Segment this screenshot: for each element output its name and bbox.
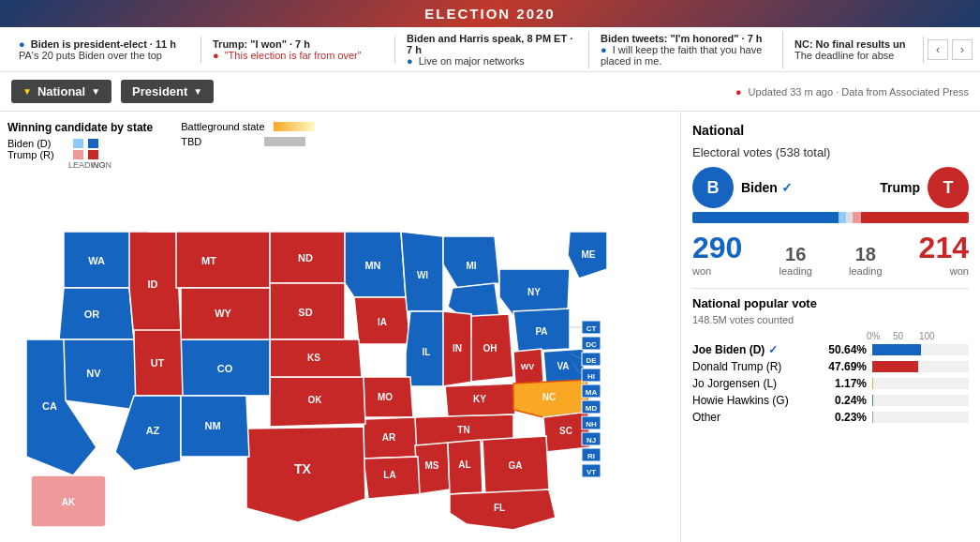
svg-text:MI: MI bbox=[466, 261, 476, 271]
tbd-swatch bbox=[264, 137, 305, 146]
news-item-4: Biden tweets: "I'm honored" · 7 h ● I wi… bbox=[589, 31, 783, 68]
svg-text:SC: SC bbox=[559, 426, 572, 436]
svg-text:MN: MN bbox=[364, 260, 380, 271]
biden-won-label: won bbox=[692, 265, 742, 277]
prev-arrow[interactable]: ‹ bbox=[928, 39, 948, 60]
svg-text:MO: MO bbox=[378, 392, 393, 402]
panel-title: National bbox=[692, 123, 969, 138]
trump-name: Trump bbox=[880, 180, 920, 195]
candidate-row-4: Other 0.23% bbox=[692, 411, 969, 424]
news-item-2: Trump: "I won" · 7 h ● "This election is… bbox=[201, 37, 395, 63]
svg-text:ME: ME bbox=[582, 249, 596, 260]
svg-text:IL: IL bbox=[423, 347, 431, 357]
nav-arrows: ‹ › bbox=[928, 39, 973, 60]
svg-text:VT: VT bbox=[587, 468, 596, 476]
svg-text:ND: ND bbox=[298, 252, 313, 263]
svg-text:OH: OH bbox=[483, 343, 497, 354]
legend: Winning candidate by state Biden (D) Tru… bbox=[7, 121, 673, 170]
svg-text:CT: CT bbox=[587, 324, 597, 333]
news-ticker: ● Biden is president-elect · 11 h PA's 2… bbox=[0, 27, 980, 72]
news-sub-2: "This election is far from over" bbox=[225, 50, 362, 61]
svg-text:WA: WA bbox=[88, 255, 105, 266]
dot-icon-3: ● bbox=[407, 55, 413, 67]
national-dropdown[interactable]: ▼ National ▼ bbox=[11, 80, 111, 103]
svg-text:NH: NH bbox=[586, 420, 597, 429]
cand-bar-4 bbox=[872, 412, 873, 423]
cand-bar-container-4 bbox=[872, 412, 969, 423]
legend-biden: Biden (D) bbox=[7, 138, 153, 149]
candidate-row-0: Joe Biden (D) ✓ 50.64% bbox=[692, 343, 969, 356]
cand-bar-3 bbox=[872, 395, 873, 406]
biden-leading-label: leading bbox=[779, 265, 811, 277]
svg-text:WY: WY bbox=[215, 308, 231, 319]
svg-text:VA: VA bbox=[557, 361, 569, 371]
svg-text:MS: MS bbox=[425, 460, 439, 471]
svg-text:RI: RI bbox=[587, 452, 595, 460]
news-sub-1: PA's 20 puts Biden over the top bbox=[19, 50, 189, 61]
cand-name-0: Joe Biden (D) ✓ bbox=[692, 343, 814, 356]
biden-checkmark: ✓ bbox=[781, 180, 793, 195]
svg-text:IA: IA bbox=[378, 317, 387, 327]
svg-text:DC: DC bbox=[586, 340, 597, 349]
candidate-trump: Trump T bbox=[880, 167, 969, 208]
trump-won-count: 214 bbox=[919, 231, 969, 265]
svg-text:MD: MD bbox=[586, 404, 598, 413]
news-sub-5: The deadline for abse bbox=[794, 50, 912, 61]
svg-text:NY: NY bbox=[527, 287, 541, 297]
bar-label-50: 50 bbox=[893, 331, 919, 341]
svg-text:WI: WI bbox=[417, 270, 428, 280]
cand-name-2: Jo Jorgensen (L) bbox=[692, 377, 814, 390]
cand-name-1: Donald Trump (R) bbox=[692, 360, 814, 373]
tbd-label: TBD bbox=[181, 136, 256, 147]
trump-leading-count: 18 bbox=[849, 244, 882, 265]
svg-text:UT: UT bbox=[151, 357, 165, 369]
update-dot-icon: ● bbox=[735, 86, 742, 98]
president-arrow-icon: ▼ bbox=[193, 86, 202, 97]
legend-trump: Trump (R) bbox=[7, 149, 153, 160]
svg-text:TN: TN bbox=[457, 425, 469, 435]
bar-label-0: 0% bbox=[867, 331, 893, 341]
candidate-biden: B Biden ✓ bbox=[692, 167, 793, 208]
leading-won-labels: LEADING WON bbox=[68, 160, 153, 170]
trump-ev-block: 214 won bbox=[919, 231, 969, 277]
right-panel: National Electoral votes (538 total) B B… bbox=[680, 112, 980, 542]
president-dropdown[interactable]: President ▼ bbox=[121, 80, 214, 103]
cand-bar-container-3 bbox=[872, 395, 969, 406]
legend-tbd: TBD bbox=[181, 136, 314, 147]
update-text: Updated 33 m ago · Data from Associated … bbox=[749, 86, 969, 98]
svg-text:CA: CA bbox=[42, 400, 57, 412]
trump-won-swatch bbox=[88, 150, 98, 159]
update-info: ● Updated 33 m ago · Data from Associate… bbox=[735, 86, 969, 98]
ev-bar-trump-leading bbox=[853, 212, 862, 223]
svg-text:TX: TX bbox=[294, 461, 312, 476]
biden-label: Biden (D) bbox=[7, 138, 68, 149]
ev-bar-biden-won bbox=[692, 212, 839, 223]
trump-won-label: won bbox=[919, 265, 969, 277]
svg-text:GA: GA bbox=[509, 460, 523, 471]
cand-bar-0 bbox=[872, 344, 921, 355]
biden-leading-swatch bbox=[73, 139, 83, 148]
cand-name-4: Other bbox=[692, 411, 814, 424]
svg-text:MA: MA bbox=[586, 388, 598, 397]
svg-text:NJ: NJ bbox=[587, 436, 596, 444]
controls-bar: ▼ National ▼ President ▼ ● Updated 33 m … bbox=[0, 72, 980, 112]
legend-right: Battleground state TBD bbox=[181, 121, 314, 147]
trump-avatar: T bbox=[928, 167, 969, 208]
svg-text:ID: ID bbox=[148, 279, 158, 290]
national-label: National bbox=[37, 84, 85, 98]
svg-text:AL: AL bbox=[458, 459, 470, 470]
bar-label-100: 100 bbox=[919, 331, 945, 341]
cand-bar-container-2 bbox=[872, 378, 969, 389]
cand-pct-2: 1.17% bbox=[820, 377, 867, 390]
svg-text:HI: HI bbox=[587, 372, 595, 381]
news-item-1: ● Biden is president-elect · 11 h PA's 2… bbox=[7, 37, 201, 63]
news-sub-3: Live on major networks bbox=[419, 55, 525, 67]
main-content: Winning candidate by state Biden (D) Tru… bbox=[0, 112, 980, 542]
candidate-row-1: Donald Trump (R) 47.69% bbox=[692, 360, 969, 373]
next-arrow[interactable]: › bbox=[952, 39, 973, 60]
news-item-5: NC: No final results un The deadline for… bbox=[783, 37, 924, 63]
svg-text:LA: LA bbox=[383, 470, 395, 480]
trump-leading-block: 18 leading bbox=[849, 244, 882, 277]
candidate-row-3: Howie Hawkins (G) 0.24% bbox=[692, 394, 969, 407]
svg-text:AK: AK bbox=[62, 497, 76, 507]
